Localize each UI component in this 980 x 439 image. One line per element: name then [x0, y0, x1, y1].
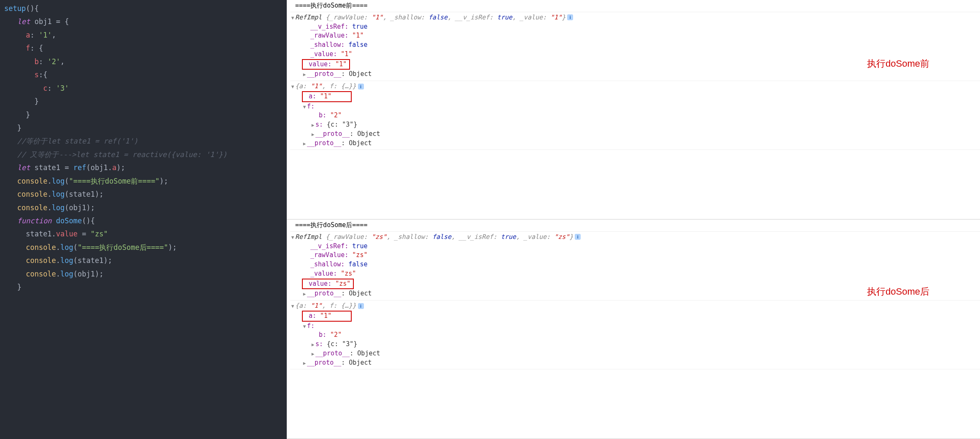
- chevron-right-icon[interactable]: ▶: [302, 291, 307, 298]
- prop-a-highlighted: a: "1": [290, 91, 980, 102]
- code-line: let obj1 = {: [4, 15, 283, 28]
- chevron-right-icon[interactable]: ▶: [302, 71, 307, 78]
- chevron-down-icon[interactable]: ▼: [290, 84, 295, 90]
- prop-shallow: _shallow: false: [290, 260, 980, 269]
- code-editor[interactable]: setup(){ let obj1 = { a: '1', f: { b: '2…: [0, 0, 287, 439]
- console-before-block: ====执行doSome前==== ▼RefImpl {_rawValue: "…: [287, 0, 980, 220]
- chevron-down-icon[interactable]: ▼: [302, 323, 307, 330]
- prop-proto[interactable]: ▶__proto__: Object: [290, 130, 980, 139]
- info-icon[interactable]: i: [567, 14, 573, 20]
- console-log-header: ====执行doSome后====: [290, 220, 980, 232]
- code-line: function doSome(){: [4, 214, 283, 228]
- code-line: setup(){: [4, 2, 283, 15]
- code-line: }: [4, 281, 283, 294]
- code-line: b: '2',: [4, 55, 283, 68]
- prop-shallow: _shallow: false: [290, 41, 980, 50]
- code-comment: // 又等价于--->let state1 = reactive({value:…: [4, 148, 283, 161]
- prop-proto[interactable]: ▶__proto__: Object: [290, 139, 980, 148]
- console-panel[interactable]: ====执行doSome前==== ▼RefImpl {_rawValue: "…: [287, 0, 980, 439]
- info-icon[interactable]: i: [358, 303, 364, 309]
- prop-f[interactable]: ▼f:: [290, 102, 980, 111]
- code-line: console.log(obj1);: [4, 268, 283, 281]
- chevron-right-icon[interactable]: ▶: [310, 341, 315, 348]
- chevron-right-icon[interactable]: ▶: [310, 351, 315, 358]
- code-line: console.log("====执行doSome前====");: [4, 175, 283, 188]
- prop-b: b: "2": [290, 331, 980, 340]
- chevron-down-icon[interactable]: ▼: [290, 234, 295, 241]
- code-comment: //等价于let state1 = ref('1'): [4, 135, 283, 148]
- code-line: }: [4, 108, 283, 122]
- info-icon[interactable]: i: [575, 234, 581, 240]
- code-line: a: '1',: [4, 29, 283, 42]
- code-line: console.log(obj1);: [4, 201, 283, 214]
- chevron-right-icon[interactable]: ▶: [302, 360, 307, 367]
- console-log-header: ====执行doSome前====: [290, 0, 980, 12]
- code-line: state1.value = "zs": [4, 228, 283, 241]
- code-line: f: {: [4, 42, 283, 55]
- prop-proto[interactable]: ▶__proto__: Object: [290, 349, 980, 358]
- prop-s[interactable]: ▶s: {c: "3"}: [290, 340, 980, 349]
- prop-rawvalue: _rawValue: "1": [290, 31, 980, 41]
- prop-a-highlighted: a: "1": [290, 311, 980, 322]
- prop-b: b: "2": [290, 111, 980, 120]
- annotation-after: 执行doSome后: [867, 285, 929, 298]
- code-line: console.log("====执行doSome后====");: [4, 241, 283, 254]
- code-line: }: [4, 95, 283, 108]
- chevron-down-icon[interactable]: ▼: [302, 104, 307, 111]
- code-line: console.log(state1);: [4, 254, 283, 267]
- prop-isref: __v_isRef: true: [290, 242, 980, 251]
- prop-isref: __v_isRef: true: [290, 22, 980, 32]
- chevron-right-icon[interactable]: ▶: [310, 131, 315, 138]
- prop-ivalue: _value: "zs": [290, 269, 980, 279]
- console-object-ref[interactable]: ▼RefImpl {_rawValue: "1", _shallow: fals…: [290, 12, 980, 81]
- console-object-obj1[interactable]: ▼{a: "1", f: {…}}i a: "1" ▼f: b: "2" ▶s:…: [290, 81, 980, 150]
- prop-proto[interactable]: ▶__proto__: Object: [290, 70, 980, 79]
- code-line: console.log(state1);: [4, 188, 283, 201]
- annotation-before: 执行doSome前: [867, 57, 929, 70]
- prop-proto[interactable]: ▶__proto__: Object: [290, 358, 980, 368]
- chevron-down-icon[interactable]: ▼: [290, 303, 295, 310]
- code-line: let state1 = ref(obj1.a);: [4, 161, 283, 174]
- prop-rawvalue: _rawValue: "zs": [290, 251, 980, 260]
- info-icon[interactable]: i: [358, 84, 364, 89]
- console-object-obj1[interactable]: ▼{a: "1", f: {…}}i a: "1" ▼f: b: "2" ▶s:…: [290, 301, 980, 369]
- prop-s[interactable]: ▶s: {c: "3"}: [290, 120, 980, 130]
- code-line: }: [4, 122, 283, 135]
- chevron-down-icon[interactable]: ▼: [290, 15, 295, 22]
- console-after-block: ====执行doSome后==== ▼RefImpl {_rawValue: "…: [287, 220, 980, 439]
- code-line: c: '3': [4, 82, 283, 95]
- prop-f[interactable]: ▼f:: [290, 322, 980, 331]
- code-line: s:{: [4, 68, 283, 81]
- chevron-right-icon[interactable]: ▶: [310, 122, 315, 129]
- chevron-right-icon[interactable]: ▶: [302, 141, 307, 147]
